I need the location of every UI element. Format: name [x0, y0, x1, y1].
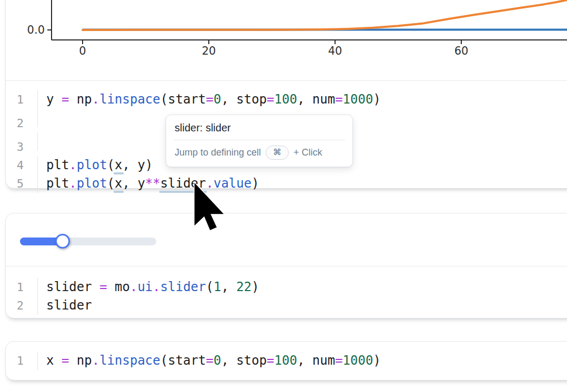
code-content[interactable]: x = np.linspace(start=0, stop=100, num=1… — [37, 352, 567, 370]
code-token: = — [206, 92, 213, 107]
code-token — [69, 92, 76, 107]
code-token: y — [46, 92, 54, 107]
svg-text:60: 60 — [454, 45, 469, 57]
code-token: . — [92, 92, 99, 107]
code-token: = — [99, 280, 107, 294]
code-line[interactable]: 2slider — [6, 296, 567, 315]
code-token: , — [297, 92, 312, 107]
code-token — [54, 92, 61, 107]
code-token — [69, 353, 76, 368]
code-token: num — [312, 353, 335, 368]
code-token: 1 — [214, 280, 221, 294]
code-token: , — [221, 92, 236, 107]
code-token: 0 — [214, 353, 221, 368]
code-line[interactable]: 1x = np.linspace(start=0, stop=100, num=… — [6, 352, 567, 370]
code-token — [54, 353, 61, 368]
code-token: slider — [160, 280, 206, 294]
code-content[interactable]: y = np.linspace(start=0, stop=100, num=1… — [37, 90, 567, 109]
code-token: linspace — [99, 92, 160, 107]
matplotlib-chart: 0.00204060 — [6, 0, 567, 80]
code-content[interactable]: slider — [37, 296, 567, 315]
code-token: plt — [46, 176, 69, 191]
reference-token-x[interactable]: x — [115, 176, 122, 191]
line-number: 2 — [6, 296, 37, 315]
code-token: = — [335, 353, 342, 368]
reference-token-x[interactable]: x — [115, 158, 122, 172]
code-token: . — [130, 280, 137, 294]
code-token: = — [62, 92, 69, 107]
code-token: slider — [46, 298, 92, 313]
slider-track[interactable] — [20, 238, 156, 245]
code-token: num — [312, 92, 335, 107]
code-token: 0 — [214, 92, 221, 107]
tooltip-click-hint: + Click — [293, 147, 322, 158]
code-token — [107, 280, 115, 294]
code-line[interactable]: 1slider = mo.ui.slider(1, 22) — [6, 278, 567, 296]
code-token: ( — [206, 280, 213, 294]
code-token: , — [123, 176, 138, 191]
line-number: 1 — [6, 90, 37, 109]
tooltip-title: slider: slider — [175, 122, 344, 134]
code-editor-x[interactable]: 1x = np.linspace(start=0, stop=100, num=… — [6, 342, 567, 378]
slider-thumb[interactable] — [55, 234, 70, 249]
line-number: 1 — [6, 278, 37, 296]
code-token: np — [77, 92, 92, 107]
code-token: , — [297, 353, 312, 368]
code-token: stop — [236, 353, 267, 368]
svg-text:0: 0 — [79, 45, 86, 57]
code-token: ) — [373, 353, 380, 368]
code-line[interactable]: 1y = np.linspace(start=0, stop=100, num=… — [6, 90, 567, 109]
code-token: start — [168, 353, 206, 368]
code-editor-slider[interactable]: 1slider = mo.ui.slider(1, 22)2slider — [6, 266, 567, 317]
cell-slider: 1slider = mo.ui.slider(1, 22)2slider — [5, 213, 567, 318]
code-token: ( — [160, 353, 168, 368]
code-token: ) — [251, 280, 259, 294]
line-number: 3 — [6, 138, 37, 156]
tooltip-action-label: Jump to defining cell — [175, 147, 261, 158]
code-token: 100 — [275, 92, 297, 107]
code-token: ** — [145, 176, 160, 191]
code-token: = — [267, 92, 274, 107]
code-token: , — [221, 280, 236, 294]
tooltip-divider — [174, 140, 345, 140]
code-token: = — [267, 353, 274, 368]
code-token: . — [92, 353, 99, 368]
code-token: ) — [251, 176, 259, 191]
code-token: y — [137, 176, 145, 191]
svg-text:0.0: 0.0 — [27, 24, 45, 36]
code-token: 100 — [275, 353, 297, 368]
code-token: . — [69, 158, 76, 172]
code-token: = — [206, 353, 213, 368]
code-token: np — [77, 353, 92, 368]
code-token — [92, 280, 99, 294]
code-token: 22 — [236, 280, 251, 294]
marimo-notebook: 0.00204060 1y = np.linspace(start=0, sto… — [0, 0, 567, 392]
code-token: slider — [46, 280, 92, 294]
line-number: 2 — [6, 114, 37, 132]
code-token: start — [168, 92, 206, 107]
command-key-badge: ⌘ — [266, 146, 289, 160]
code-token: ) — [145, 158, 153, 172]
svg-text:20: 20 — [202, 45, 216, 57]
code-token: ( — [107, 176, 115, 191]
code-token: ( — [107, 158, 115, 172]
code-token: stop — [236, 92, 267, 107]
code-content[interactable]: plt.plot(x, y**slider.value) — [37, 174, 567, 193]
mouse-cursor — [194, 181, 226, 232]
code-token: ui — [137, 280, 153, 294]
code-token: 1000 — [343, 353, 373, 368]
code-token: plot — [77, 176, 107, 191]
code-token: plot — [77, 158, 107, 172]
plot-output: 0.00204060 — [6, 0, 567, 80]
slider-output — [6, 213, 567, 266]
svg-text:40: 40 — [328, 45, 342, 57]
code-token: . — [153, 280, 160, 294]
code-token: 1000 — [343, 92, 373, 107]
line-number: 5 — [6, 174, 37, 193]
code-line[interactable]: 5plt.plot(x, y**slider.value) — [6, 174, 567, 193]
code-token: , — [221, 353, 236, 368]
line-number: 1 — [6, 352, 37, 370]
code-token: . — [69, 176, 76, 191]
code-content[interactable]: slider = mo.ui.slider(1, 22) — [37, 278, 567, 296]
cell-x: 1x = np.linspace(start=0, stop=100, num=… — [5, 341, 567, 380]
